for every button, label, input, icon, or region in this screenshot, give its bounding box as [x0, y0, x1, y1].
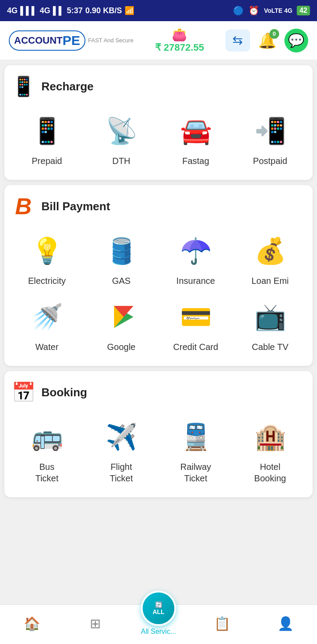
loan-emi-icon: 💰	[251, 231, 290, 271]
water-item[interactable]: 🚿 Water	[11, 294, 82, 356]
fastag-item[interactable]: 🚘 Fastag	[160, 108, 231, 170]
loan-emi-label: Loan Emi	[251, 275, 289, 287]
booking-section: 📅 Booking 🚌 BusTicket ✈️ FlightTicket 🚆 …	[4, 371, 313, 497]
bus-ticket-item[interactable]: 🚌 BusTicket	[11, 413, 82, 488]
credit-card-label: Credit Card	[173, 341, 218, 353]
insurance-icon: ☂️	[176, 231, 216, 271]
whatsapp-icon[interactable]: 💬	[284, 29, 308, 52]
wallet-icon: 👛	[172, 27, 187, 42]
google-icon	[102, 297, 141, 337]
header-icons: ⇆ 🔔 0 💬	[225, 29, 308, 52]
time-display: 5:37	[67, 6, 83, 15]
signal-icon-2: ▌▌	[53, 6, 64, 15]
cable-tv-item[interactable]: 📺 Cable TV	[235, 294, 306, 356]
recharge-grid: 📱 Prepaid 📡 DTH 🚘 Fastag 📲 Postpaid	[11, 108, 306, 170]
app-header: ACCOUNTPE FAST And Secure 👛 ₹ 27872.55 ⇆…	[0, 21, 317, 60]
hotel-booking-item[interactable]: 🏨 HotelBooking	[235, 413, 306, 488]
booking-title: Booking	[41, 386, 87, 399]
transfer-icon[interactable]: ⇆	[225, 30, 250, 52]
google-item[interactable]: Google	[86, 294, 157, 356]
bill-payment-title: Bill Payment	[41, 200, 110, 213]
calendar-icon: 📅	[11, 379, 35, 406]
bill-row-2: 🚿 Water Google 💳 Credit Card 📺 Cable TV	[11, 294, 306, 356]
flight-ticket-icon: ✈️	[102, 417, 141, 457]
bill-row-1: 💡 Electricity 🛢️ GAS ☂️ Insurance 💰 Loan…	[11, 227, 306, 290]
logo-area: ACCOUNTPE FAST And Secure	[9, 30, 133, 51]
recharge-title: Recharge	[41, 80, 94, 93]
water-label: Water	[35, 341, 59, 353]
insurance-item[interactable]: ☂️ Insurance	[160, 227, 231, 290]
postpaid-label: Postpaid	[253, 155, 288, 167]
nav-profile[interactable]: 👤	[254, 616, 317, 633]
nav-all-services[interactable]: 🔄ALL All Servic...	[127, 591, 190, 636]
status-left: 4G ▌▌▌ 4G ▌▌ 5:37 0.90 KB/S 📶	[7, 6, 134, 15]
grid-icon: ⊞	[90, 616, 101, 631]
gas-label: GAS	[112, 275, 130, 287]
electricity-item[interactable]: 💡 Electricity	[11, 227, 82, 290]
credit-card-item[interactable]: 💳 Credit Card	[160, 294, 231, 356]
mobile-icon: 📱	[11, 73, 35, 100]
dth-label: DTH	[112, 155, 130, 167]
bus-ticket-label: BusTicket	[35, 461, 59, 484]
insurance-label: Insurance	[177, 275, 215, 287]
logo-account-text: ACCOUNT	[14, 35, 63, 46]
prepaid-item[interactable]: 📱 Prepaid	[11, 108, 82, 170]
credit-card-icon: 💳	[176, 297, 216, 337]
fastag-icon: 🚘	[176, 111, 216, 151]
hotel-booking-icon: 🏨	[251, 417, 290, 457]
hotel-booking-label: HotelBooking	[254, 461, 286, 484]
dth-icon: 📡	[102, 111, 141, 151]
network-label-1: 4G	[7, 6, 18, 15]
status-bar: 4G ▌▌▌ 4G ▌▌ 5:37 0.90 KB/S 📶 🔵 ⏰ VoLTE …	[0, 0, 317, 21]
balance-amount: ₹ 27872.55	[155, 42, 204, 53]
all-services-fab[interactable]: 🔄ALL	[141, 591, 176, 626]
speed-display: 0.90 KB/S	[85, 6, 122, 15]
fastag-label: Fastag	[182, 155, 209, 167]
flight-ticket-item[interactable]: ✈️ FlightTicket	[86, 413, 157, 488]
electricity-icon: 💡	[27, 231, 67, 271]
bottom-navigation: 🏠 ⊞ 🔄ALL All Servic... 📋 👤	[0, 604, 317, 644]
google-label: Google	[107, 341, 136, 353]
home-icon: 🏠	[24, 616, 40, 631]
electricity-label: Electricity	[28, 275, 66, 287]
flight-ticket-label: FlightTicket	[110, 461, 133, 484]
nav-home[interactable]: 🏠	[0, 616, 63, 633]
prepaid-label: Prepaid	[32, 155, 62, 167]
booking-header: 📅 Booking	[11, 379, 306, 406]
notification-icon[interactable]: 🔔 0	[258, 32, 276, 49]
notification-badge: 0	[269, 29, 279, 39]
water-icon: 🚿	[27, 297, 67, 337]
dth-item[interactable]: 📡 DTH	[86, 108, 157, 170]
ledger-icon: 📋	[214, 616, 230, 631]
loan-emi-item[interactable]: 💰 Loan Emi	[235, 227, 306, 290]
nav-ledger[interactable]: 📋	[190, 616, 254, 633]
bill-b-icon: B	[11, 193, 35, 220]
gas-icon: 🛢️	[102, 231, 141, 271]
postpaid-item[interactable]: 📲 Postpaid	[235, 108, 306, 170]
network-label-2: 4G	[40, 6, 50, 15]
railway-ticket-icon: 🚆	[176, 417, 216, 457]
bluetooth-icon: 🔵	[233, 5, 244, 16]
nav-grid[interactable]: ⊞	[63, 616, 127, 633]
logo-pe-text: PE	[63, 33, 80, 48]
railway-ticket-label: RailwayTicket	[180, 461, 211, 484]
gas-item[interactable]: 🛢️ GAS	[86, 227, 157, 290]
alarm-icon: ⏰	[248, 5, 259, 16]
balance-area: 👛 ₹ 27872.55	[155, 27, 204, 53]
railway-ticket-item[interactable]: 🚆 RailwayTicket	[160, 413, 231, 488]
cable-tv-icon: 📺	[251, 297, 290, 337]
bill-payment-header: B Bill Payment	[11, 193, 306, 220]
cable-tv-label: Cable TV	[252, 341, 288, 353]
recharge-header: 📱 Recharge	[11, 73, 306, 100]
status-right: 🔵 ⏰ VoLTE 4G 42	[233, 5, 310, 16]
battery-indicator: 42	[297, 6, 310, 15]
signal-icon-1: ▌▌▌	[20, 6, 37, 15]
app-logo: ACCOUNTPE	[9, 30, 85, 51]
logo-subtitle: FAST And Secure	[88, 37, 133, 44]
booking-grid: 🚌 BusTicket ✈️ FlightTicket 🚆 RailwayTic…	[11, 413, 306, 488]
volte-label: VoLTE 4G	[264, 7, 292, 14]
postpaid-icon: 📲	[251, 111, 290, 151]
sim-icon: 📶	[125, 6, 134, 15]
bus-ticket-icon: 🚌	[27, 417, 67, 457]
bill-payment-section: B Bill Payment 💡 Electricity 🛢️ GAS ☂️ I…	[4, 185, 313, 366]
